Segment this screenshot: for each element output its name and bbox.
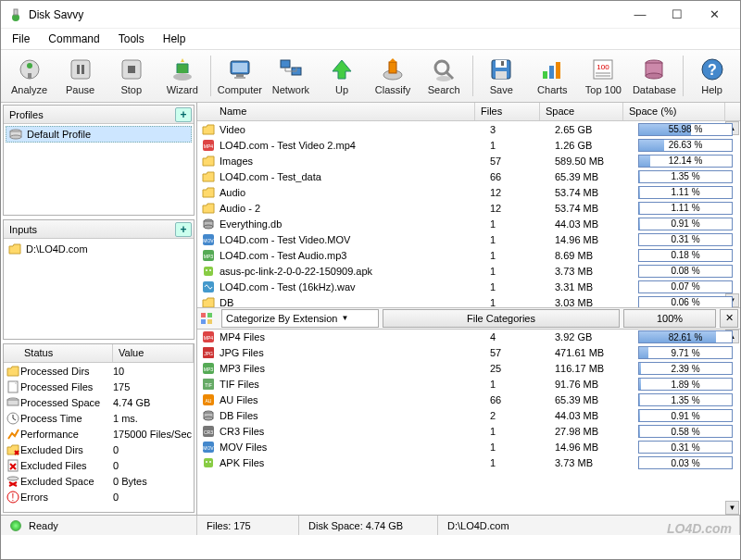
computer-icon <box>227 56 253 82</box>
table-row[interactable]: Audio1253.74 MB1.11 % <box>197 184 740 200</box>
status-path: D:\LO4D.com <box>438 516 740 535</box>
categorize-icon <box>199 311 214 326</box>
svg-text:MP4: MP4 <box>204 143 214 149</box>
col-space[interactable]: Space <box>540 103 623 120</box>
close-categories-button[interactable]: ✕ <box>720 309 738 328</box>
maximize-button[interactable]: ☐ <box>659 2 696 28</box>
status-header-status[interactable]: Status <box>4 344 113 362</box>
col-space-pct[interactable]: Space (%) <box>623 103 725 120</box>
chevron-down-icon: ▼ <box>341 314 348 322</box>
svg-text:CR3: CR3 <box>204 429 213 435</box>
table-row[interactable]: JPGJPG Files57471.61 MB9.71 % <box>197 345 740 361</box>
xdisk-icon <box>4 475 20 488</box>
categorize-label: Categorize By Extension <box>226 313 337 324</box>
svg-text:JPG: JPG <box>204 351 213 356</box>
svg-point-20 <box>436 76 451 81</box>
table-row[interactable]: MOVMOV Files114.96 MB0.31 % <box>197 440 740 455</box>
main-grid-body[interactable]: ▲ ▼ Video32.65 GB55.98 %MP4LO4D.com - Te… <box>197 121 740 307</box>
table-row[interactable]: LO4D.com - Test_data6665.39 MB1.35 % <box>197 168 740 184</box>
save-icon <box>488 56 514 82</box>
table-row[interactable]: AUAU Files6665.39 MB1.35 % <box>197 392 740 408</box>
table-row[interactable]: CR3CR3 Files127.98 MB0.58 % <box>197 424 740 440</box>
table-row[interactable]: MP3LO4D.com - Test Audio.mp318.69 MB0.18… <box>197 247 740 263</box>
folder-icon <box>201 186 216 199</box>
charts-button[interactable]: Charts <box>528 51 577 101</box>
au-icon: AU <box>201 393 216 406</box>
apk-icon <box>201 456 216 469</box>
svg-point-57 <box>209 269 211 271</box>
svg-text:TIF: TIF <box>205 382 212 388</box>
menu-file[interactable]: File <box>5 31 37 47</box>
menu-tools[interactable]: Tools <box>111 31 152 47</box>
add-input-button[interactable]: + <box>175 222 192 237</box>
classify-icon <box>380 56 406 82</box>
table-row[interactable]: MP3MP3 Files25116.17 MB2.39 % <box>197 361 740 377</box>
top-100-button[interactable]: 100Top 100 <box>579 51 628 101</box>
inputs-title: Inputs <box>9 224 175 235</box>
wizard-button[interactable]: Wizard <box>157 51 207 101</box>
svg-rect-18 <box>389 62 396 73</box>
table-row[interactable]: Everything.db144.03 MB0.91 % <box>197 216 740 231</box>
menu-command[interactable]: Command <box>41 31 107 47</box>
scroll-down[interactable]: ▼ <box>725 501 739 515</box>
folder-icon <box>201 123 216 136</box>
network-icon <box>278 56 304 82</box>
file-categories-button[interactable]: File Categories <box>383 309 620 328</box>
table-row[interactable]: Images57589.50 MB12.14 % <box>197 153 740 168</box>
computer-button[interactable]: Computer <box>215 51 264 101</box>
table-row[interactable]: asus-pc-link-2-0-0-22-150909.apk13.73 MB… <box>197 263 740 279</box>
table-row[interactable]: Audio - 21253.74 MB1.11 % <box>197 200 740 216</box>
status-diskspace: Disk Space: 4.74 GB <box>299 516 438 535</box>
top100-icon: 100 <box>590 56 616 82</box>
svg-rect-4 <box>28 73 31 79</box>
table-row[interactable]: MOVLO4D.com - Test Video.MOV114.96 MB0.3… <box>197 231 740 247</box>
menu-help[interactable]: Help <box>156 31 194 47</box>
table-row[interactable]: MP4LO4D.com - Test Video 2.mp411.26 GB26… <box>197 137 740 153</box>
table-row[interactable]: APK Files13.73 MB0.03 % <box>197 455 740 471</box>
col-name[interactable]: Name <box>197 103 475 120</box>
profiles-panel: Profiles + Default Profile <box>3 105 195 216</box>
table-row[interactable]: LO4D.com - Test (16kHz).wav13.31 MB0.07 … <box>197 279 740 294</box>
svg-text:MOV: MOV <box>203 445 214 451</box>
jpg-icon: JPG <box>201 346 216 359</box>
statusbar: Ready Files: 175 Disk Space: 4.74 GB D:\… <box>1 515 740 535</box>
xfile-icon <box>4 459 20 472</box>
table-row[interactable]: TIFTIF Files191.76 MB1.89 % <box>197 377 740 392</box>
folder-icon <box>201 170 216 183</box>
svg-text:MP3: MP3 <box>204 367 214 372</box>
profile-item[interactable]: Default Profile <box>6 126 192 143</box>
svg-point-3 <box>27 63 32 68</box>
save-button[interactable]: Save <box>477 51 526 101</box>
pct-button[interactable]: 100% <box>623 309 716 328</box>
classify-button[interactable]: Classify <box>369 51 418 101</box>
table-row[interactable]: DB Files244.03 MB0.91 % <box>197 408 740 424</box>
status-row: Processed Space4.74 GB <box>4 394 194 410</box>
close-button[interactable]: ✕ <box>696 2 733 28</box>
search-icon <box>431 56 457 82</box>
database-button[interactable]: Database <box>630 51 679 101</box>
table-row[interactable]: Video32.65 GB55.98 % <box>197 121 740 137</box>
category-grid-body[interactable]: ▲ ▼ MP4MP4 Files43.92 GB82.61 %JPGJPG Fi… <box>197 330 740 516</box>
analyze-button[interactable]: Analyze <box>5 51 54 101</box>
stop-icon <box>119 56 144 82</box>
minimize-button[interactable]: — <box>622 2 659 28</box>
toolbar: AnalyzePauseStopWizardComputerNetworkUpC… <box>1 49 740 103</box>
status-header-value[interactable]: Value <box>113 344 194 362</box>
svg-point-88 <box>204 417 213 420</box>
up-button[interactable]: Up <box>317 51 366 101</box>
help-button[interactable]: ?Help <box>687 51 736 101</box>
network-button[interactable]: Network <box>266 51 315 101</box>
categorize-dropdown[interactable]: Categorize By Extension ▼ <box>221 309 379 328</box>
add-profile-button[interactable]: + <box>175 107 192 122</box>
table-row[interactable]: MP4MP4 Files43.92 GB82.61 % <box>197 330 740 345</box>
input-item[interactable]: D:\LO4D.com <box>6 241 192 257</box>
search-button[interactable]: Search <box>420 51 469 101</box>
input-label: D:\LO4D.com <box>26 243 88 255</box>
table-row[interactable]: DB13.03 MB0.06 % <box>197 294 740 307</box>
stop-button[interactable]: Stop <box>107 51 156 101</box>
svg-text:AU: AU <box>206 398 212 404</box>
pause-button[interactable]: Pause <box>56 51 105 101</box>
svg-text:!: ! <box>12 492 15 503</box>
col-files[interactable]: Files <box>475 103 540 120</box>
apk-icon <box>201 265 216 278</box>
